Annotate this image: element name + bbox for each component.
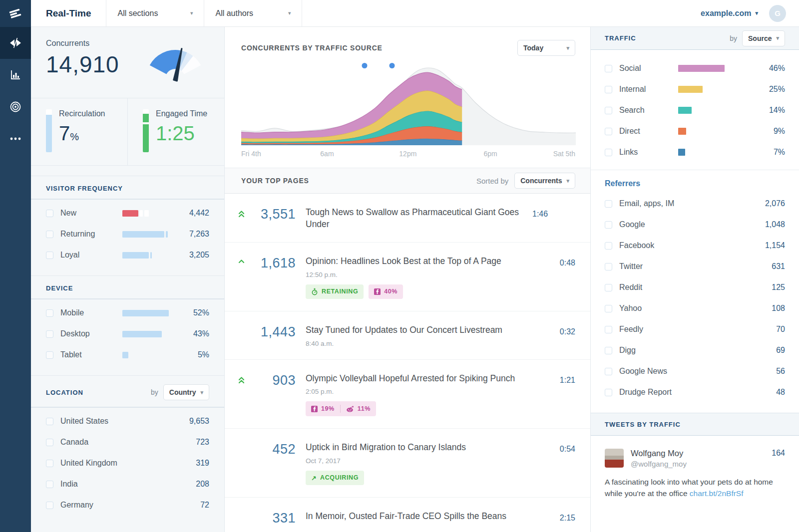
sidebar-item-realtime[interactable] bbox=[0, 27, 31, 59]
location-row[interactable]: United States 9,653 bbox=[31, 411, 224, 432]
chevron-down-icon: ▾ bbox=[200, 389, 203, 396]
page-headline[interactable]: In Memoir, Ousted Fair-Trade CEO Spills … bbox=[306, 511, 553, 523]
checkbox[interactable] bbox=[605, 200, 612, 208]
top-page-row[interactable]: 1,618 Opinion: Headlines Look Best at th… bbox=[225, 243, 590, 311]
traffic-title: TRAFFIC bbox=[605, 34, 636, 42]
traffic-row-social[interactable]: Social 46% bbox=[591, 58, 799, 79]
traffic-bar bbox=[678, 149, 685, 156]
left-rail bbox=[0, 0, 31, 532]
referrer-row[interactable]: Reddit125 bbox=[591, 277, 799, 298]
visitor-frequency-title: VISITOR FREQUENCY bbox=[46, 185, 123, 192]
referrer-row[interactable]: Email, apps, IM2,076 bbox=[591, 193, 799, 214]
checkbox[interactable] bbox=[46, 252, 53, 259]
traffic-row-search[interactable]: Search 14% bbox=[591, 100, 799, 121]
traffic-row-internal[interactable]: Internal 25% bbox=[591, 79, 799, 100]
checkbox[interactable] bbox=[605, 389, 612, 396]
user-avatar[interactable]: G bbox=[769, 5, 786, 22]
location-row[interactable]: Germany 72 bbox=[31, 495, 224, 516]
page-publish-time: Oct 7, 2017 bbox=[306, 457, 553, 465]
location-row[interactable]: Canada 723 bbox=[31, 432, 224, 453]
checkbox[interactable] bbox=[46, 502, 53, 509]
trend-up-double-icon bbox=[235, 373, 248, 417]
checkbox[interactable] bbox=[605, 242, 612, 250]
page-headline[interactable]: Stay Tuned for Updates to Our Concert Li… bbox=[306, 324, 553, 336]
engaged-time-label: Engaged Time bbox=[156, 109, 207, 118]
chartbeat-logo[interactable] bbox=[0, 0, 31, 27]
tweet-author-handle: @wolfgang_moy bbox=[631, 460, 687, 468]
traffic-by-selector[interactable]: Source ▾ bbox=[742, 30, 785, 46]
sidebar-item-more[interactable] bbox=[0, 123, 31, 155]
traffic-source-stacked-area-chart[interactable] bbox=[241, 61, 576, 146]
checkbox[interactable] bbox=[46, 481, 53, 488]
authors-filter-dropdown[interactable]: All authors ▾ bbox=[204, 0, 302, 26]
top-page-row[interactable]: 331 In Memoir, Ousted Fair-Trade CEO Spi… bbox=[225, 498, 590, 532]
top-page-row[interactable]: 1,443 Stay Tuned for Updates to Our Conc… bbox=[225, 311, 590, 360]
location-by-selector[interactable]: Country ▾ bbox=[163, 384, 209, 400]
domain-selector[interactable]: example.com ▾ bbox=[701, 9, 758, 18]
frequency-bar-ghost bbox=[140, 210, 143, 217]
tweet-link[interactable]: chart.bt/2nBfrSf bbox=[690, 489, 744, 498]
referrer-row[interactable]: Google1,048 bbox=[591, 214, 799, 235]
visitor-row-new[interactable]: New 4,442 bbox=[31, 203, 224, 224]
checkbox[interactable] bbox=[605, 128, 612, 135]
referrer-row[interactable]: Facebook1,154 bbox=[591, 235, 799, 256]
checkbox[interactable] bbox=[605, 326, 612, 333]
checkbox[interactable] bbox=[605, 347, 612, 354]
page-headline[interactable]: Uptick in Bird Migration to Canary Islan… bbox=[306, 442, 553, 454]
checkbox[interactable] bbox=[46, 439, 53, 446]
checkbox[interactable] bbox=[605, 65, 612, 72]
sort-selector[interactable]: Concurrents ▾ bbox=[514, 173, 575, 189]
historical-bars-icon bbox=[10, 69, 21, 80]
checkbox[interactable] bbox=[605, 221, 612, 229]
referrer-row[interactable]: Drudge Report48 bbox=[591, 382, 799, 403]
referrer-row[interactable]: Feedly70 bbox=[591, 319, 799, 340]
checkbox[interactable] bbox=[605, 86, 612, 93]
trend-up-icon bbox=[235, 256, 248, 299]
checkbox[interactable] bbox=[46, 210, 53, 217]
traffic-row-links[interactable]: Links 7% bbox=[591, 142, 799, 163]
device-bar bbox=[122, 331, 162, 337]
checkbox[interactable] bbox=[605, 263, 612, 270]
traffic-row-direct[interactable]: Direct 9% bbox=[591, 121, 799, 142]
visitor-row-returning[interactable]: Returning 7,263 bbox=[31, 224, 224, 245]
chart-range-selector[interactable]: Today ▾ bbox=[517, 40, 575, 56]
engaged-time: 0:54 bbox=[560, 442, 575, 485]
sidebar-item-historical[interactable] bbox=[0, 59, 31, 91]
checkbox[interactable] bbox=[605, 149, 612, 156]
visitor-row-loyal[interactable]: Loyal 3,205 bbox=[31, 245, 224, 266]
location-row[interactable]: India 208 bbox=[31, 474, 224, 495]
page-headline[interactable]: Olympic Volleyball Hopeful Arrested for … bbox=[306, 373, 553, 385]
checkbox[interactable] bbox=[46, 330, 53, 338]
tweet-item[interactable]: Wolfgang Moy @wolfgang_moy 164 A fascina… bbox=[591, 436, 799, 505]
device-row-mobile[interactable]: Mobile 52% bbox=[31, 302, 224, 323]
sections-filter-dropdown[interactable]: All sections ▾ bbox=[106, 0, 204, 26]
device-section: DEVICE Mobile 52% Desktop bbox=[31, 275, 224, 365]
referrer-row[interactable]: Google News56 bbox=[591, 361, 799, 382]
checkbox[interactable] bbox=[46, 309, 53, 317]
checkbox[interactable] bbox=[605, 284, 612, 291]
device-row-desktop[interactable]: Desktop 43% bbox=[31, 323, 224, 344]
referrer-row[interactable]: Twitter631 bbox=[591, 256, 799, 277]
chevron-down-icon: ▾ bbox=[776, 35, 779, 41]
checkbox[interactable] bbox=[605, 107, 612, 114]
page-headline[interactable]: Tough News to Swallow as Pharmaceutical … bbox=[306, 207, 525, 230]
top-page-row[interactable]: 903 Olympic Volleyball Hopeful Arrested … bbox=[225, 360, 590, 429]
referrer-row[interactable]: Digg69 bbox=[591, 340, 799, 361]
checkbox[interactable] bbox=[46, 351, 53, 359]
checkbox[interactable] bbox=[605, 368, 612, 375]
engaged-time-minibar bbox=[143, 109, 149, 152]
top-page-row[interactable]: 452 Uptick in Bird Migration to Canary I… bbox=[225, 429, 590, 498]
device-row-tablet[interactable]: Tablet 5% bbox=[31, 344, 224, 365]
referrer-row[interactable]: Yahoo108 bbox=[591, 298, 799, 319]
checkbox[interactable] bbox=[605, 305, 612, 312]
top-page-row[interactable]: 3,551 Tough News to Swallow as Pharmaceu… bbox=[225, 194, 590, 243]
checkbox[interactable] bbox=[46, 460, 53, 467]
concurrents-summary: Concurrents 14,910 bbox=[31, 27, 224, 98]
sidebar-item-headsup[interactable] bbox=[0, 91, 31, 123]
location-row[interactable]: United Kingdom 319 bbox=[31, 453, 224, 474]
checkbox[interactable] bbox=[46, 418, 53, 425]
tweets-header: TWEETS BY TRAFFIC bbox=[591, 413, 799, 436]
page-title: Real-Time bbox=[31, 0, 106, 26]
checkbox[interactable] bbox=[46, 231, 53, 238]
page-headline[interactable]: Opinion: Headlines Look Best at the Top … bbox=[306, 256, 553, 267]
